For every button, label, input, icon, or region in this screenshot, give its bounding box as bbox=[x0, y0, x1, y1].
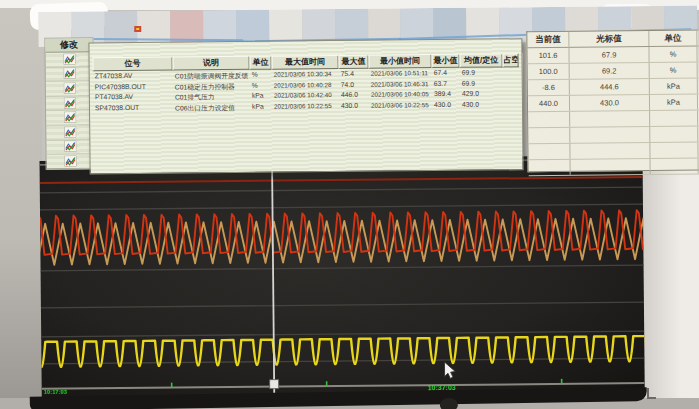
value-panel-empty-row bbox=[529, 159, 699, 177]
stats-cell-unit: kPa bbox=[250, 91, 272, 102]
stats-cell-min: 430.0 bbox=[432, 99, 460, 110]
stats-cell-max_time: 2021/03/06 10:22:55 bbox=[272, 101, 339, 112]
value-panel-header-cell: 光标值 bbox=[569, 31, 649, 47]
stats-window: 位号说明单位最大值时间最大值最小值时间最小值均值/定位占空比 ZT47038.A… bbox=[88, 38, 523, 174]
value-panel-header-cell: 当前值 bbox=[527, 32, 569, 47]
stats-cell-desc: C06出口压力设定值 bbox=[173, 101, 250, 112]
value-panel-cell: kPa bbox=[650, 95, 698, 110]
toolbar-icon-remnant bbox=[134, 26, 141, 32]
stats-cell-max: 430.0 bbox=[339, 100, 369, 111]
pen-column: 修改 bbox=[44, 37, 94, 169]
value-panel-cell: 440.0 bbox=[528, 96, 570, 111]
stats-cell-max: 75.4 bbox=[339, 69, 369, 80]
pen-row[interactable] bbox=[46, 155, 93, 170]
stats-cell-avg: 430.0 bbox=[460, 99, 503, 110]
stats-header-cell: 均值/定位 bbox=[460, 53, 503, 67]
value-panel-cell: 101.6 bbox=[527, 48, 569, 63]
stats-cell-duty bbox=[503, 78, 519, 89]
value-panel-cell: % bbox=[649, 47, 697, 62]
stats-header-cell: 最大值时间 bbox=[272, 55, 339, 70]
stats-cell-duty bbox=[503, 88, 519, 99]
value-panel-row[interactable]: 440.0430.0kPa bbox=[528, 95, 699, 113]
stats-header-cell: 最小值时间 bbox=[369, 54, 432, 69]
stats-cell-duty bbox=[503, 99, 519, 110]
stats-header-cell: 最小值 bbox=[432, 54, 460, 68]
value-panel-cell: 100.0 bbox=[528, 64, 570, 79]
cursor-handle[interactable] bbox=[270, 380, 279, 389]
value-panel-cell: kPa bbox=[650, 79, 698, 94]
stats-cell-min_time: 2021/03/06 10:46:31 bbox=[369, 79, 432, 90]
value-panel-header-cell: 单位 bbox=[649, 31, 697, 46]
trend-chart: 10:37:03 2021/03/06 10:17:03 2021/03/06 bbox=[40, 155, 645, 403]
mouse-pointer bbox=[444, 362, 455, 379]
pen-rows bbox=[45, 52, 93, 169]
stats-cell-max: 74.0 bbox=[339, 79, 369, 90]
value-panel-row[interactable]: 100.069.2% bbox=[528, 63, 699, 81]
bezel-logo bbox=[440, 398, 458, 409]
svg-text:10:17:03: 10:17:03 bbox=[44, 389, 68, 395]
stats-cell-min: 67.4 bbox=[432, 68, 460, 79]
stats-table-body: ZT47038.AVC01防喘振调阀开度反馈%2021/03/06 10:30:… bbox=[93, 67, 519, 113]
stats-table: 位号说明单位最大值时间最大值最小值时间最小值均值/定位占空比 ZT47038.A… bbox=[93, 53, 520, 113]
value-panel-empty-row bbox=[528, 111, 699, 129]
cursor-line[interactable] bbox=[268, 164, 279, 393]
stats-cell-desc: C01防喘振调阀开度反馈 bbox=[173, 70, 250, 81]
stats-cell-max_time: 2021/03/06 10:30:34 bbox=[272, 69, 339, 80]
value-panel-row[interactable]: -8.6444.6kPa bbox=[528, 79, 699, 97]
stats-header-cell: 说明 bbox=[173, 56, 250, 71]
value-panel-header: 当前值光标值单位 bbox=[527, 31, 698, 49]
stats-cell-max_time: 2021/03/06 10:42:40 bbox=[272, 90, 339, 101]
stats-header-cell: 单位 bbox=[250, 56, 272, 70]
value-panel-cell: 444.6 bbox=[570, 79, 650, 95]
value-panel-cell: 69.2 bbox=[570, 63, 650, 79]
stats-header-cell: 最大值 bbox=[339, 55, 369, 69]
stats-cell-min_time: 2021/03/06 10:40:05 bbox=[369, 89, 432, 100]
value-panel-cell: 67.9 bbox=[569, 47, 649, 63]
stats-header-cell: 占空比 bbox=[503, 53, 519, 67]
value-panel-empty-row bbox=[528, 143, 699, 161]
stats-cell-duty bbox=[503, 67, 519, 78]
stats-cell-tag: SP47038.OUT bbox=[93, 102, 173, 113]
mosaic-block bbox=[137, 11, 170, 46]
value-panel-empty-row bbox=[528, 127, 699, 145]
trend-pen-icon[interactable] bbox=[64, 152, 76, 170]
stats-cell-tag: PIC47038B.OUT bbox=[93, 81, 173, 92]
value-panel-cell: % bbox=[650, 63, 698, 78]
stats-cell-desc: C01稳定压力控制器 bbox=[173, 80, 250, 91]
mosaic-block bbox=[104, 11, 137, 46]
monitor-screen: 10:37:03 2021/03/06 10:17:03 2021/03/06 … bbox=[0, 0, 699, 409]
stats-cell-min_time: 2021/03/06 10:51:11 bbox=[369, 68, 432, 79]
value-panel-body: 101.667.9%100.069.2%-8.6444.6kPa440.0430… bbox=[527, 47, 699, 177]
stats-cell-avg: 429.0 bbox=[460, 88, 503, 99]
stats-cell-unit: % bbox=[250, 80, 272, 91]
stats-cell-tag: ZT47038.AV bbox=[93, 71, 173, 82]
stats-cell-min: 63.7 bbox=[432, 78, 460, 89]
value-panel-cell: -8.6 bbox=[528, 80, 570, 95]
stats-header-cell: 位号 bbox=[93, 57, 173, 72]
stats-cell-avg: 69.9 bbox=[460, 78, 503, 89]
stats-cell-min: 389.4 bbox=[432, 89, 460, 100]
stats-cell-tag: PT47038.AV bbox=[93, 92, 173, 103]
photo-smudge-mark bbox=[647, 388, 656, 399]
value-panel-row[interactable]: 101.667.9% bbox=[527, 47, 698, 65]
stats-cell-min_time: 2021/03/06 10:22:55 bbox=[369, 100, 432, 111]
stats-cell-desc: C01排气压力 bbox=[173, 91, 250, 102]
stats-cell-avg: 69.9 bbox=[460, 67, 503, 78]
stats-cell-max_time: 2021/03/06 10:40:28 bbox=[272, 80, 339, 91]
stats-cell-unit: kPa bbox=[250, 101, 272, 112]
value-panel: 当前值光标值单位 101.667.9%100.069.2%-8.6444.6kP… bbox=[526, 30, 699, 173]
stats-cell-unit: % bbox=[250, 70, 272, 81]
stats-cell-max: 446.0 bbox=[339, 90, 369, 101]
value-panel-cell: 430.0 bbox=[570, 95, 650, 111]
